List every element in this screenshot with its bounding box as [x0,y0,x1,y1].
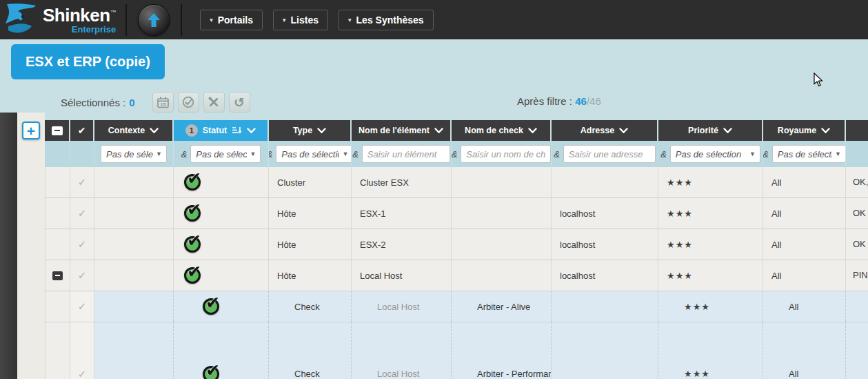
table-row[interactable]: ✓✔HôteESX-2localhost★★★AllOK - l [45,229,868,260]
calendar-icon: 15 [157,97,169,108]
cell-royaume: All [763,260,846,291]
filter-select-priorite[interactable]: Pas de sélection▼ [670,145,760,163]
menu-listes[interactable]: ▾Listes [273,10,328,30]
select-cell[interactable]: ✓ [70,167,94,197]
filter-input-adresse[interactable] [563,145,656,163]
cell-statut: ✔ [174,229,269,260]
column-header-adresse[interactable]: Adresse [552,120,658,141]
column-label: Priorité [688,126,718,135]
chevron-down-icon [619,128,628,134]
and-operator: & [352,149,359,159]
cell-priorite: ★★★ [658,291,763,322]
chevron-down-icon [821,128,830,134]
calendar-button[interactable]: 15 [152,92,174,113]
validate-button[interactable] [178,92,199,113]
column-label: Statut [203,126,227,135]
column-header-expand[interactable] [45,120,70,141]
table-body: ✓✔ClusterCluster ESX★★★AllOK, w✓✔HôteESX… [45,167,868,379]
cell-element: Local Host [352,260,452,291]
cell-contexte [94,291,174,322]
column-header-contexte[interactable]: Contexte [94,120,174,141]
filter-cell-select [70,141,94,167]
svg-text:15: 15 [160,102,165,107]
filter-cell-expand [45,141,70,167]
collapse-row-icon[interactable] [52,271,63,280]
chevron-down-icon [434,128,443,134]
row-check-icon: ✓ [78,176,87,188]
column-header-output[interactable] [846,120,868,141]
cell-statut: ✔ [174,291,269,322]
cell-check [452,229,552,260]
filter-cell-element: & [352,141,452,167]
filter-select-statut[interactable]: Pas de sélection▼ [190,145,261,163]
filter-cell-priorite: &Pas de sélection▼ [658,141,763,167]
filter-input-element[interactable] [362,145,450,163]
scroll-top-button[interactable] [138,4,170,36]
cell-statut: ✔ [174,167,269,197]
filter-select-contexte[interactable]: Pas de sélection▼ [101,145,167,163]
tools-button[interactable] [203,92,225,113]
cell-check: Arbiter - Alive [452,291,552,322]
toolbar-buttons: 15 ↺ [152,92,250,113]
column-header-royaume[interactable]: Royaume [763,120,846,141]
menu-portails[interactable]: ▾Portails [200,10,263,30]
after-filter-label: Après filtre : [517,95,572,107]
table-row[interactable]: ✓✔HôteLocal Hostlocalhost★★★AllPING [45,260,868,291]
column-label: Type [293,126,312,135]
filter-cell-type: &Pas de sélection▼ [269,141,352,167]
status-ok-icon: ✔ [203,366,219,379]
filter-select-royaume[interactable]: Pas de sélection▼ [772,145,846,163]
expand-cell [45,198,70,229]
filter-select-type[interactable]: Pas de sélection▼ [276,145,352,163]
cell-adresse [552,291,658,322]
expand-cell [45,291,70,322]
page-title[interactable]: ESX et ERP (copie) [11,44,165,79]
column-header-check[interactable]: Nom de check [452,120,552,141]
after-filter: Après filtre : 46/46 [517,95,601,107]
column-header-type[interactable]: Type [269,120,352,141]
cell-check [452,260,552,291]
cell-check: Arbiter - Performance [452,322,552,379]
topbar: Shinken™ Enterprise ▾Portails▾Listes▾Les… [0,0,868,39]
filter-input-check[interactable] [461,145,551,163]
select-cell[interactable]: ✓ [70,291,94,322]
table-row[interactable]: ✓✔CheckLocal HostArbiter - Performance★★… [45,322,868,379]
cell-type: Check [269,322,352,379]
and-operator: & [763,149,769,159]
column-header-select[interactable]: ✔ [70,120,94,141]
cell-output: OK - l [846,229,868,260]
table-row[interactable]: ✓✔CheckLocal HostArbiter - Alive★★★All[i [45,291,868,322]
cell-royaume: All [763,322,846,379]
select-cell[interactable]: ✓ [70,260,94,291]
expand-cell[interactable] [45,260,70,291]
filter-cell-adresse: & [552,141,658,167]
column-header-element[interactable]: Nom de l'élément [352,120,452,141]
cell-royaume: All [763,198,846,229]
undo-icon: ↺ [234,96,245,109]
chevron-down-icon [247,128,256,134]
table-row[interactable]: ✓✔HôteESX-1localhost★★★AllOK - l [45,198,868,229]
caret-down-icon: ▾ [348,17,352,23]
caret-down-icon: ▼ [835,150,841,157]
select-cell[interactable]: ✓ [70,229,94,260]
cell-type: Cluster [269,167,352,197]
column-label: Adresse [581,126,614,135]
table-filter-row: Pas de sélection▼&Pas de sélection▼&Pas … [45,141,868,167]
undo-button[interactable]: ↺ [229,92,250,113]
expand-cell [45,229,70,260]
select-cell[interactable]: ✓ [70,198,94,229]
column-header-priorite[interactable]: Priorité [658,120,763,141]
column-header-statut[interactable]: 1Statut [174,120,269,141]
caret-down-icon: ▾ [283,17,286,23]
cell-contexte [94,260,174,291]
filter-count-badge: 1 [185,124,198,137]
add-button[interactable]: + [22,122,40,139]
select-cell[interactable]: ✓ [70,322,94,379]
cell-element: Local Host [352,291,452,322]
table-row[interactable]: ✓✔ClusterCluster ESX★★★AllOK, w [45,167,868,198]
caret-down-icon: ▼ [342,150,348,157]
menu-les-synth-ses[interactable]: ▾Les Synthèses [339,10,434,30]
cell-royaume: All [763,229,846,260]
and-operator: & [660,149,667,159]
caret-down-icon: ▾ [210,17,213,23]
